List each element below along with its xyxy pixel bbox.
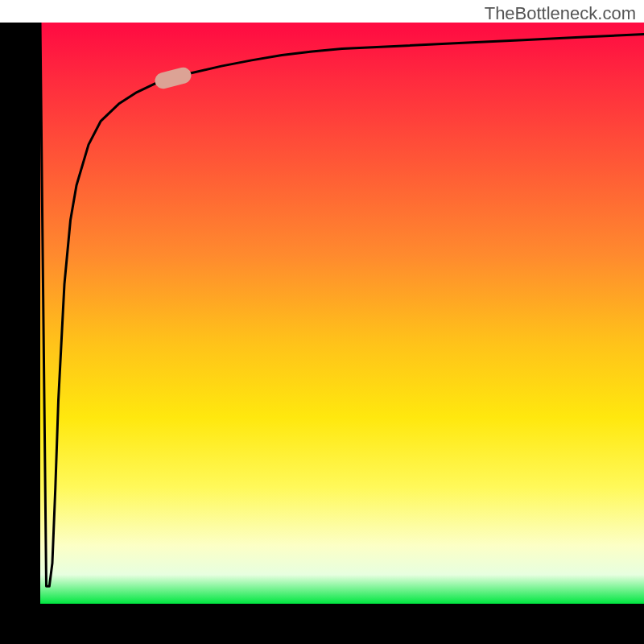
bottleneck-curve [40,23,644,586]
curve-svg [40,23,644,604]
x-axis [0,604,644,644]
plot-area [40,23,644,604]
y-axis [0,23,40,604]
chart-frame [0,23,644,644]
attribution-text: TheBottleneck.com [485,3,636,24]
